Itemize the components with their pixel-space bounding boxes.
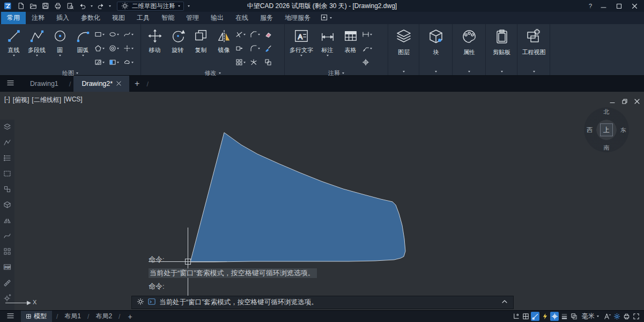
line-button[interactable]: 直线 [2,26,25,56]
annotation-visibility-toggle-icon[interactable] [603,312,611,321]
revcloud-button[interactable] [123,55,138,69]
drawn-shape[interactable] [190,133,405,262]
gradient-button[interactable] [109,55,123,69]
trim-button[interactable] [235,27,250,41]
circle-button[interactable]: 圆 [48,26,71,56]
constraint-toggle-icon[interactable] [512,312,520,321]
doc-tab-drawing2[interactable]: Drawing2* [73,76,129,92]
redo-icon[interactable] [97,2,105,10]
mirror-button[interactable]: 镜像 [212,26,235,54]
tab-geoservice[interactable]: 地理服务 [279,12,316,24]
viewport-wcs-control[interactable]: [WCS] [64,96,83,105]
model-tab[interactable]: 模型 [21,311,52,322]
undo-icon[interactable] [78,2,87,10]
command-bar[interactable]: 当前处于“窗口”套索模式，按空格键可循环浏览选项。 [131,296,514,309]
tab-manage[interactable]: 管理 [180,12,205,24]
open-file-icon[interactable] [29,2,38,10]
quick-dimension-button[interactable] [362,27,376,41]
layout1-tab[interactable]: 布局1 [62,312,83,321]
panel-properties-caret-icon[interactable] [468,71,470,72]
point-button[interactable] [123,41,138,55]
centerline-button[interactable] [362,55,376,69]
status-menu-icon[interactable] [2,312,19,321]
rotate-button[interactable]: 旋转 [166,26,189,54]
rectangle-button[interactable] [94,27,109,41]
panel-block-caret-icon[interactable] [435,71,437,72]
tab-annotate[interactable]: 注释 [26,12,50,24]
donut-button[interactable] [109,41,123,55]
tab-view[interactable]: 视图 [106,12,131,24]
redo-caret-icon[interactable] [109,5,111,7]
panel-engineering-views-caret-icon[interactable] [533,71,535,72]
tab-online[interactable]: 在线 [230,12,254,24]
save-icon[interactable] [41,2,50,10]
viewport-view-control[interactable]: [俯视] [13,96,29,105]
line-caret-icon[interactable] [13,55,15,56]
panel-engineering-views[interactable]: 工程视图 [517,24,550,75]
polygon-button[interactable] [94,41,109,55]
new-layout-button[interactable]: + [124,312,135,321]
panel-layer[interactable]: 图层 [388,24,419,75]
doc-tab-drawing1[interactable]: Drawing1 [22,76,66,92]
hatch-button[interactable] [94,55,109,69]
circle-caret-icon[interactable] [59,55,61,56]
new-file-icon[interactable] [17,2,25,10]
compass-north-label[interactable]: 北 [604,108,610,116]
fullscreen-toggle-icon[interactable] [632,312,640,321]
lineweight-toggle-icon[interactable] [560,312,568,321]
ribbon-display-icon[interactable] [321,13,328,23]
tab-insert[interactable]: 插入 [50,12,75,24]
ellipse-button[interactable] [109,27,123,41]
doc-restore-icon[interactable] [622,97,627,106]
workspace-gear-icon[interactable] [612,312,621,321]
drawing-canvas-svg[interactable] [0,92,644,310]
tab-tools[interactable]: 工具 [131,12,156,24]
layout2-tab[interactable]: 布局2 [93,312,114,321]
mtext-button[interactable]: A 多行文字 [287,26,316,56]
help-icon[interactable]: ? [589,3,592,9]
tab-smart[interactable]: 智能 [156,12,180,24]
command-history-chevron-icon[interactable] [501,298,508,308]
workspace-selector[interactable]: 二维草图与注释 [117,2,184,11]
viewport-visual-style-control[interactable]: [二维线框] [32,96,61,105]
compass-west-label[interactable]: 西 [587,126,593,134]
drawing-area[interactable]: [-] [俯视] [二维线框] [WCS] PGP [0,92,644,310]
view-compass[interactable]: 北 西 东 南 上 [584,107,629,152]
doc-minimize-icon[interactable] [610,97,615,106]
table-button[interactable]: 表格 [339,26,362,54]
tab-parametric[interactable]: 参数化 [75,12,106,24]
dynamic-input-toggle-icon[interactable] [541,312,549,321]
new-tab-button[interactable]: + [130,79,144,89]
compass-top-face[interactable]: 上 [600,123,613,136]
quick-access-caret-icon[interactable] [188,5,190,7]
plot-preview-icon[interactable] [66,2,75,10]
erase-button[interactable] [264,27,279,41]
plot-monitor-icon[interactable] [622,312,631,321]
units-selector[interactable]: 毫米 [579,312,602,321]
panel-clipboard[interactable]: 剪贴板 [486,24,517,75]
compass-east-label[interactable]: 东 [620,126,626,134]
chamfer-button[interactable] [250,27,264,41]
minimize-icon[interactable] [599,2,608,10]
panel-clipboard-caret-icon[interactable] [501,71,503,72]
arc-caret-icon[interactable] [82,55,84,56]
ribbon-display-caret-icon[interactable] [330,17,332,19]
compass-south-label[interactable]: 南 [604,144,610,152]
transparency-toggle-icon[interactable] [569,312,578,321]
panel-properties[interactable]: 属性 [453,24,486,75]
panel-layer-caret-icon[interactable] [403,71,405,72]
tab-service[interactable]: 服务 [254,12,279,24]
tab-close-icon[interactable] [116,80,121,87]
grid-toggle-icon[interactable] [521,312,530,321]
spline-button[interactable] [123,27,138,41]
array-button[interactable] [235,55,250,69]
arc-button[interactable]: 圆弧 [71,26,94,56]
tab-output[interactable]: 输出 [205,12,230,24]
object-snap-toggle-icon[interactable] [550,312,559,321]
stretch-button[interactable] [235,41,250,55]
mtext-caret-icon[interactable] [300,55,302,56]
polyline-button[interactable]: 多段线 [25,26,48,56]
close-icon[interactable] [630,2,639,10]
polyline-caret-icon[interactable] [36,55,38,56]
leader-button[interactable] [362,41,376,55]
